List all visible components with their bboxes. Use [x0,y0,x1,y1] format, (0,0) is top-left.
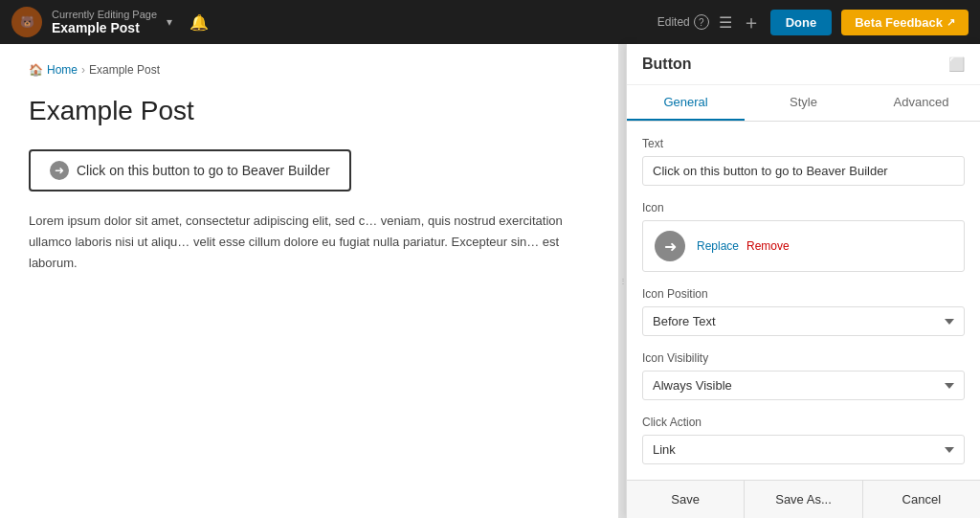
hamburger-icon[interactable]: ☰ [719,13,732,32]
panel-header: Button ⬜ [627,44,980,85]
text-field-label: Text [642,137,965,150]
text-field-group: Text [642,137,965,186]
help-icon[interactable]: ? [694,14,709,30]
panel-drag-handle[interactable]: ⋮ [618,44,626,518]
panel-body: Text Icon ➜ Replace Remove Icon Position [627,122,980,480]
external-link-icon: ↗ [947,16,955,29]
beta-feedback-button[interactable]: Beta Feedback ↗ [841,10,969,35]
save-button[interactable]: Save [627,481,745,518]
cancel-button[interactable]: Cancel [863,481,980,518]
drag-dots-icon: ⋮ [619,277,626,285]
topbar: 🐻 Currently Editing Page Example Post ▾ … [0,0,980,44]
page-content: 🏠 Home › Example Post Example Post ➜ Cli… [0,44,618,518]
icon-circle-preview: ➜ [655,231,685,261]
topbar-right: Edited ? ☰ ＋ Done Beta Feedback ↗ [657,10,969,35]
button-preview[interactable]: ➜ Click on this button to go to Beaver B… [29,149,351,191]
avatar: 🐻 [11,7,42,37]
button-settings-panel: Button ⬜ General Style Advanced Text Ico… [626,44,980,518]
main-wrap: 🏠 Home › Example Post Example Post ➜ Cli… [0,44,980,518]
click-action-label: Click Action [642,416,965,429]
button-preview-icon: ➜ [50,161,69,180]
tab-style[interactable]: Style [745,85,862,121]
icon-position-select[interactable]: Before Text After Text [642,306,965,336]
icon-preview-box: ➜ Replace Remove [642,220,965,272]
tab-advanced[interactable]: Advanced [862,85,980,121]
click-action-select[interactable]: Link Scroll Lightbox [642,435,965,464]
breadcrumb-current: Example Post [89,63,160,77]
save-as-button[interactable]: Save As... [745,481,862,518]
panel-title: Button [642,56,692,73]
icon-position-field-group: Icon Position Before Text After Text [642,287,965,336]
icon-field-group: Icon ➜ Replace Remove [642,201,965,272]
icon-visibility-label: Icon Visibility [642,351,965,365]
icon-visibility-field-group: Icon Visibility Always Visible Hidden [642,351,965,400]
panel-tabs: General Style Advanced [627,85,980,122]
button-preview-text: Click on this button to go to Beaver Bui… [77,163,330,178]
icon-visibility-select[interactable]: Always Visible Hidden [642,371,965,400]
done-button[interactable]: Done [770,10,833,35]
topbar-title: Currently Editing Page Example Post [52,9,157,35]
maximize-icon[interactable]: ⬜ [948,56,965,72]
panel-footer: Save Save As... Cancel [627,480,980,518]
icon-replace-link[interactable]: Replace [697,239,739,253]
edited-label: Edited ? [657,14,709,30]
topbar-left: 🐻 Currently Editing Page Example Post ▾ … [11,7,209,37]
chevron-down-icon[interactable]: ▾ [167,15,172,29]
text-input[interactable] [642,156,965,186]
breadcrumb: 🏠 Home › Example Post [29,63,590,77]
breadcrumb-home-link[interactable]: Home [47,63,78,77]
icon-position-label: Icon Position [642,287,965,301]
click-action-field-group: Click Action Link Scroll Lightbox [642,416,965,464]
plus-icon[interactable]: ＋ [742,10,761,35]
page-title: Example Post [29,96,590,126]
lorem-text: Lorem ipsum dolor sit amet, consectetur … [29,211,590,274]
home-icon: 🏠 [29,63,43,77]
currently-editing-label: Currently Editing Page [52,9,157,20]
icon-field-label: Icon [642,201,965,214]
icon-actions: Replace Remove [697,239,790,253]
bell-icon[interactable]: 🔔 [189,13,209,32]
breadcrumb-separator: › [81,63,85,77]
icon-remove-link[interactable]: Remove [746,239,790,253]
page-name: Example Post [52,20,157,35]
tab-general[interactable]: General [627,85,745,121]
